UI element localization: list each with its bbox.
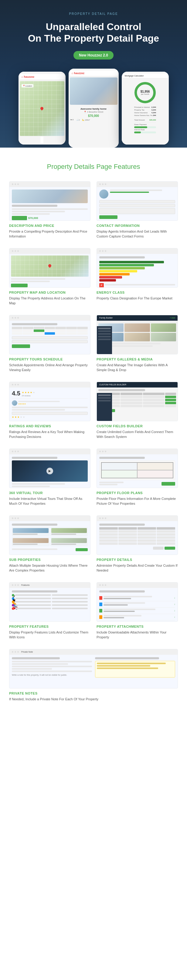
feature-desc-galleries: Create And Manage The Image Galleries Wi… [97,363,178,372]
section-title: Property Details Page Features [9,163,178,171]
feature-card-private-notes: Private Note Write a note for this prope [9,649,178,702]
feature-card-floor-plans: PROPERTY FLOOR PLANS Provide Floor Plans… [97,449,178,506]
feature-screenshot-ratings: 4.5 ★★★★★ 24 reviews [9,382,90,421]
phone-logo-center: ⌂ hauzzez [71,72,84,75]
feature-screenshot-tours [9,315,90,355]
main-content: Property Details Page Features $70,000 [0,148,187,711]
feature-screenshot-floor-plans [97,449,178,488]
hero-badge[interactable]: New Houzzez 2.0 [73,51,114,59]
feature-title-private-notes: PRIVATE NOTES [9,692,178,695]
feature-screenshot-property-details [97,515,178,555]
phone-center: ⌂ hauzzez Awesome family home 📍 4 Beauti… [69,68,119,148]
feature-screenshot-property-features: Features ✓ ★ [9,582,90,622]
feature-screenshot-attachments: ↓ ↓ [97,582,178,622]
feature-card-custom-fields: CUSTOM FIELDS BUILDER [97,382,178,439]
play-button-icon: ▶ [46,468,53,474]
feature-screenshot-custom-fields: CUSTOM FIELDS BUILDER [97,382,178,421]
feature-desc-tours: Schedule Appointments Online And Arrange… [9,363,90,372]
feature-title-description: DESCRIPTION AND PRICE [9,224,90,228]
feature-title-floor-plans: PROPERTY FLOOR PLANS [97,491,178,495]
feature-desc-contact: Display Agents Information And Get Leads… [97,229,178,239]
feature-title-attachments: PROPERTY ATTACHMENTS [97,625,178,628]
feature-desc-attachments: Include Downloadable Attachments Within … [97,630,178,640]
features-grid: $70,000 DESCRIPTION AND PRICE Provide a … [9,181,178,640]
feature-title-energy: ENERGY CLASS [97,291,178,294]
phone-right: Mortgage Calculator $1,956 per month Pri… [122,72,169,145]
feature-title-virtual-tour: 360 VIRTUAL TOUR [9,491,90,495]
feature-desc-property-details: Administer Property Details And Create Y… [97,563,178,573]
feature-screenshot-virtual-tour: ▶ [9,449,90,488]
feature-screenshot-description: $70,000 [9,181,90,221]
feature-card-ratings: 4.5 ★★★★★ 24 reviews [9,382,90,439]
feature-screenshot-map [9,248,90,288]
feature-card-sub-properties: SUB PROPERTIES Attach Multiple Separate … [9,515,90,573]
gallery-dark-header: Family Builder + Add [97,315,177,321]
feature-desc-virtual-tour: Include Interactive Virtual Tours That S… [9,496,90,506]
calc-title: Mortgage Calculator [125,75,144,77]
feature-title-map: PROPERTY MAP AND LOCATION [9,291,90,294]
feature-card-property-details: PROPERTY DETAILS Administer Property Det… [97,515,178,573]
feature-card-contact: CONTACT INFORMATION Display Agents Infor… [97,181,178,239]
feature-title-galleries: PROPERTY GALLERES & MEDIA [97,358,178,361]
feature-title-sub-properties: SUB PROPERTIES [9,558,90,562]
feature-desc-energy: Property Class Designation For The Europ… [97,296,178,301]
feature-title-tours: PROPERTY TOURS SCHEDULE [9,358,90,361]
feature-title-property-features: PROPERTY FEATURES [9,625,90,628]
hero-title: Unparalleled Control On The Property Det… [6,21,181,45]
hero-tag: PROPERTY DETAIL PAGE [6,12,181,16]
feature-card-property-features: Features ✓ ★ [9,582,90,640]
feature-screenshot-private-notes: Private Note Write a note for this prope [9,649,178,689]
feature-desc-map: Display The Property Address And Locatio… [9,296,90,306]
feature-screenshot-galleries: Family Builder + Add [97,315,178,355]
feature-card-virtual-tour: ▶ 360 VIRTUAL TOUR Include Interactive V… [9,449,90,506]
feature-desc-private-notes: If Needed, Include a Private Note For Ea… [9,697,178,702]
feature-desc-custom-fields: Create Unlimited Custom Fields And Conne… [97,430,178,439]
feature-title-property-details: PROPERTY DETAILS [97,558,178,562]
feature-desc-sub-properties: Attach Multiple Separate Housing Units W… [9,563,90,573]
calc-circle: $1,956 per month [135,82,156,103]
feature-card-energy: F ENERGY CLASS Property Class Designatio… [97,248,178,306]
feature-screenshot-contact [97,181,178,221]
feature-desc-description: Provide a Compelling Property Descriptio… [9,229,90,239]
feature-card-attachments: ↓ ↓ [97,582,178,640]
feature-card-map: PROPERTY MAP AND LOCATION Display The Pr… [9,248,90,306]
feature-desc-floor-plans: Provide Floor Plans Information For A Mo… [97,496,178,506]
feature-screenshot-sub-properties [9,515,90,555]
feature-desc-property-features: Display Property Features Lists And Cust… [9,630,90,640]
hero-section: PROPERTY DETAIL PAGE Unparalleled Contro… [0,0,187,148]
feature-card-description: $70,000 DESCRIPTION AND PRICE Provide a … [9,181,90,239]
feature-screenshot-energy: F [97,248,178,288]
section-header: Property Details Page Features [9,163,178,171]
feature-title-ratings: RATINGS AND REVIEWS [9,424,90,428]
feature-desc-ratings: Ratings And Reviews Are a Key Tool When … [9,430,90,439]
phone-left: ⌂ hauzzez 📍 Location [19,72,66,145]
feature-title-contact: CONTACT INFORMATION [97,224,178,228]
feature-title-custom-fields: CUSTOM FIELDS BUILDER [97,424,178,428]
phone-logo-left: ⌂ hauzzez [22,75,34,78]
hero-phones: ⌂ hauzzez 📍 Location ⌂ hauz [6,68,181,148]
custom-fields-dark-header: CUSTOM FIELDS BUILDER [97,382,177,388]
feature-card-tours: PROPERTY TOURS SCHEDULE Schedule Appoint… [9,315,90,372]
feature-card-galleries: Family Builder + Add [97,315,178,372]
